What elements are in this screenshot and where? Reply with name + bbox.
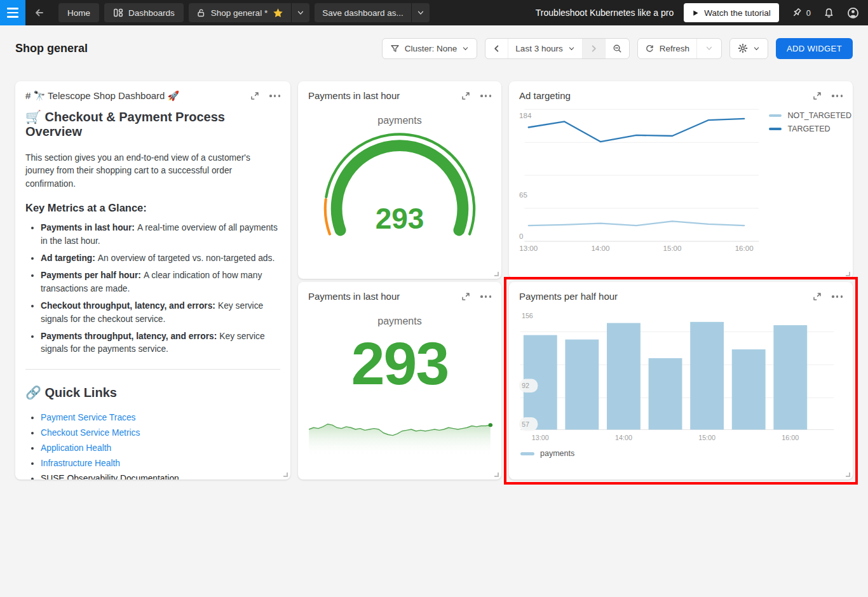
save-dashboard-group: Save dashboard as... xyxy=(315,3,430,22)
payments-per-half-hour-widget: Payments per half hour 156925713:0014:00… xyxy=(509,282,853,480)
svg-text:92: 92 xyxy=(522,382,529,389)
time-back-button[interactable] xyxy=(485,39,508,58)
time-range-button[interactable]: Last 3 hours xyxy=(508,39,581,58)
save-dashboard-button[interactable]: Save dashboard as... xyxy=(315,3,411,22)
svg-text:15:00: 15:00 xyxy=(663,245,682,252)
widget-title: Ad targeting xyxy=(519,90,813,101)
zoom-out-time-button[interactable] xyxy=(605,39,629,58)
expand-icon[interactable] xyxy=(250,91,259,100)
line-chart[interactable]: 18465013:0014:0015:0016:00 xyxy=(519,106,760,255)
widget-menu-icon[interactable] xyxy=(832,93,843,98)
widget-title: Payments in last hour xyxy=(308,291,461,302)
svg-text:184: 184 xyxy=(519,112,532,119)
dashboard-settings-button[interactable] xyxy=(729,38,768,59)
dashboard-grid: # 🔭 Telescope Shop Dashboard 🚀 🛒 Checkou… xyxy=(15,81,853,480)
link-payment-service-traces[interactable]: Payment Service Traces xyxy=(41,413,136,422)
resize-handle[interactable] xyxy=(846,473,850,477)
expand-icon[interactable] xyxy=(813,292,822,301)
list-item: Payments in last hour:A real-time overvi… xyxy=(41,222,280,248)
refresh-interval-dropdown[interactable] xyxy=(696,39,721,58)
payments-gauge-widget: Payments in last hour payments 293 xyxy=(298,81,501,279)
metric-term: Payments throughput, latency, and errors… xyxy=(41,332,217,341)
svg-text:16:00: 16:00 xyxy=(782,434,799,441)
filter-funnel-icon xyxy=(390,44,400,53)
list-item: Payments throughput, latency, and errors… xyxy=(41,330,280,356)
link-infrastructure-health[interactable]: Infrastructure Health xyxy=(41,459,120,468)
legend-swatch xyxy=(520,452,534,455)
quick-links-list: Payment Service Traces Checkout Service … xyxy=(25,413,280,480)
legend-item[interactable]: NOT_TARGETED xyxy=(769,111,851,120)
metric-term: Ad targeting: xyxy=(41,253,95,263)
back-button[interactable] xyxy=(25,8,53,18)
watch-tutorial-button[interactable]: Watch the tutorial xyxy=(684,3,779,22)
avatar-icon xyxy=(847,7,859,19)
link-checkout-service-metrics[interactable]: Checkout Service Metrics xyxy=(41,428,140,438)
metric-term: Payments per half hour: xyxy=(41,271,141,280)
cluster-filter-label: Cluster: None xyxy=(405,44,458,53)
metric-desc: An overview of targeted vs. non-targeted… xyxy=(98,253,275,263)
markdown-heading: 🛒 Checkout & Payment Process Overview xyxy=(25,109,280,139)
link-suse-observability-documentation[interactable]: SUSE Observability Documentation xyxy=(41,474,179,480)
widget-title: # 🔭 Telescope Shop Dashboard 🚀 xyxy=(25,90,250,102)
widget-menu-icon[interactable] xyxy=(832,293,843,299)
legend-item[interactable]: TARGETED xyxy=(769,124,851,133)
nav-dashboards-button[interactable]: Dashboards xyxy=(104,3,184,22)
nav-home-button[interactable]: Home xyxy=(58,3,99,22)
user-menu-button[interactable] xyxy=(847,7,859,19)
list-item: Application Health xyxy=(41,443,280,453)
resize-handle[interactable] xyxy=(494,473,499,477)
list-item: Ad targeting:An overview of targeted vs.… xyxy=(41,252,280,265)
add-widget-button[interactable]: ADD WIDGET xyxy=(776,38,853,59)
expand-icon[interactable] xyxy=(461,292,470,301)
widget-menu-icon[interactable] xyxy=(269,93,280,98)
widget-title: Payments in last hour xyxy=(308,90,461,101)
svg-text:57: 57 xyxy=(522,420,529,428)
expand-icon[interactable] xyxy=(813,91,822,100)
chart-legend[interactable]: payments xyxy=(520,449,843,458)
metrics-heading: Key Metrics at a Glance: xyxy=(25,202,280,214)
widget-menu-icon[interactable] xyxy=(480,93,491,98)
expand-icon[interactable] xyxy=(461,91,470,100)
hamburger-menu-button[interactable] xyxy=(0,0,25,25)
highlighted-cell: Payments per half hour 156925713:0014:00… xyxy=(509,282,853,480)
dashboard-tab-dropdown[interactable] xyxy=(291,3,309,22)
resize-handle[interactable] xyxy=(846,272,850,276)
pinned-items-button[interactable]: 0 xyxy=(792,8,811,18)
time-range-group: Last 3 hours xyxy=(485,38,629,59)
svg-text:14:00: 14:00 xyxy=(591,245,609,252)
list-item: Checkout throughput, latency, and errors… xyxy=(41,300,280,326)
chart-legend: NOT_TARGETED TARGETED xyxy=(760,106,851,255)
quick-links-heading: 🔗 Quick Links xyxy=(25,385,280,400)
cluster-filter-button[interactable]: Cluster: None xyxy=(382,38,478,59)
top-navbar: Home Dashboards Shop general * S xyxy=(0,0,868,25)
time-forward-button[interactable] xyxy=(582,39,605,58)
refresh-button[interactable]: Refresh xyxy=(638,39,696,58)
link-application-health[interactable]: Application Health xyxy=(41,443,111,453)
markdown-intro: This section gives you an end-to-end vie… xyxy=(25,152,280,191)
gauge-value: 293 xyxy=(313,201,486,236)
page-title: Shop general xyxy=(15,42,88,55)
resize-handle[interactable] xyxy=(494,272,499,276)
dashboard-tab[interactable]: Shop general * xyxy=(189,3,291,22)
svg-text:15:00: 15:00 xyxy=(698,434,715,441)
zoom-out-icon xyxy=(613,44,622,53)
metric-term: Checkout throughput, latency, and errors… xyxy=(41,301,215,311)
gauge-chart: 293 xyxy=(313,130,486,247)
watch-tutorial-label: Watch the tutorial xyxy=(704,8,771,18)
dashboards-icon xyxy=(113,8,123,18)
chevron-down-icon xyxy=(753,45,760,52)
refresh-group: Refresh xyxy=(637,38,722,59)
resize-handle[interactable] xyxy=(283,473,288,477)
widget-menu-icon[interactable] xyxy=(480,293,491,299)
lock-open-icon xyxy=(196,8,206,18)
payments-number-widget: Payments in last hour payments 293 xyxy=(298,282,501,480)
bar-chart[interactable]: 156925713:0014:0015:0016:00 xyxy=(519,304,843,443)
pin-icon xyxy=(792,8,803,18)
series-label: payments xyxy=(308,316,491,327)
dashboards-label: Dashboards xyxy=(128,8,175,18)
favorite-star-icon[interactable] xyxy=(273,8,283,18)
notifications-button[interactable] xyxy=(824,8,834,18)
svg-text:156: 156 xyxy=(522,311,533,319)
chevron-down-icon xyxy=(705,44,713,52)
save-dashboard-dropdown[interactable] xyxy=(411,3,430,22)
